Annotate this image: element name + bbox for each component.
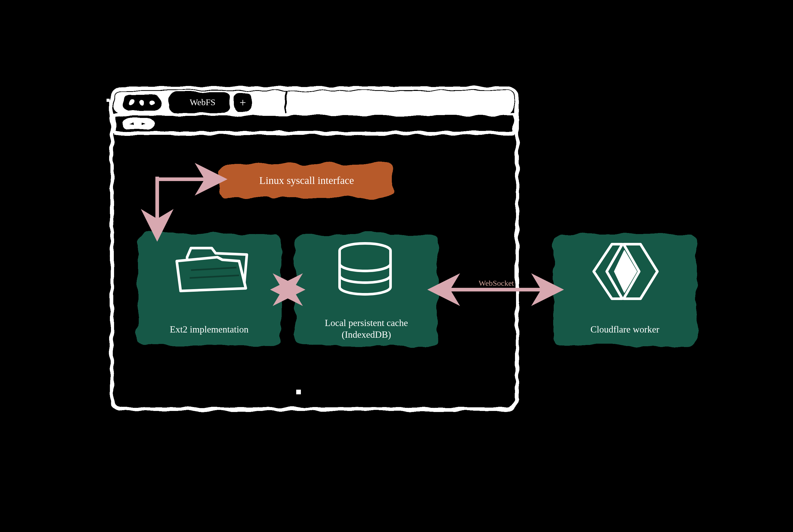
new-tab-plus-icon: + [240, 96, 246, 109]
svg-text:►: ► [141, 120, 146, 128]
svg-text:◄: ◄ [129, 120, 134, 128]
svg-rect-2 [114, 114, 514, 132]
node-cache [295, 234, 438, 345]
svg-point-6 [139, 100, 144, 105]
svg-point-7 [149, 100, 155, 105]
node-cache-label-1: Local persistent cache [325, 318, 408, 328]
node-ext2-label: Ext2 implementation [170, 324, 249, 335]
architecture-diagram: ◄ ► WebFS + Linux syscall interface Ext2… [78, 52, 754, 455]
edge-websocket-label: WebSocket [478, 279, 514, 287]
svg-rect-14 [107, 99, 110, 102]
arrow-elbow [157, 177, 214, 229]
svg-rect-11 [122, 118, 155, 129]
svg-point-5 [129, 100, 134, 105]
node-syscall-label: Linux syscall interface [259, 174, 354, 186]
stray-pixel [296, 390, 301, 394]
database-icon [340, 243, 391, 294]
node-worker-label: Cloudflare worker [590, 324, 659, 335]
node-cache-label-2: (IndexedDB) [342, 329, 391, 340]
browser-tab-label: WebFS [190, 97, 215, 107]
